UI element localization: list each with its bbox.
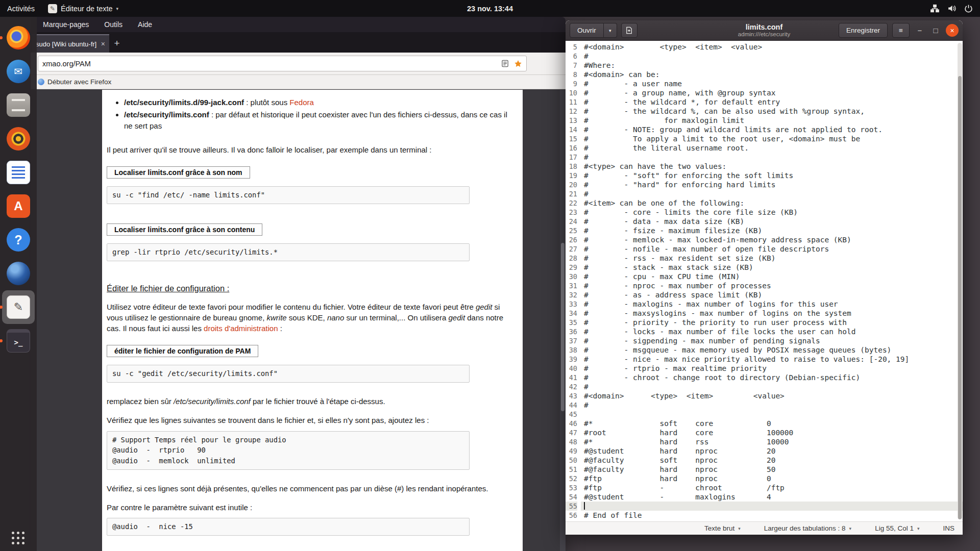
activities-button[interactable]: Activités	[0, 0, 42, 17]
editor-line[interactable]: #ftp - chroot /ftp	[581, 483, 963, 492]
editor-line[interactable]: # - a group name, with @group syntax	[581, 88, 963, 97]
dock-item-ubuntu-software[interactable]	[2, 189, 35, 223]
editor-line[interactable]	[581, 410, 963, 419]
dock-item-text-editor[interactable]	[2, 290, 35, 324]
editor-line[interactable]: # - NOTE: group and wildcard limits are …	[581, 125, 963, 134]
editor-line[interactable]: #* hard rss 10000	[581, 437, 963, 446]
editor-line[interactable]: # - data - max data size (KB)	[581, 217, 963, 226]
editor-line[interactable]: # - as - address space limit (KB)	[581, 290, 963, 299]
editor-line[interactable]	[581, 502, 963, 511]
editor-line[interactable]: # - rtprio - max realtime priority	[581, 364, 963, 373]
running-indicator	[0, 339, 3, 342]
editor-line[interactable]: # for maxlogin limit	[581, 116, 963, 125]
folded-section-toggle[interactable]: éditer le fichier de configuration de PA…	[107, 345, 258, 357]
editor-line[interactable]: # - core - limits the core file size (KB…	[581, 208, 963, 217]
text-segment: kwrite	[267, 313, 287, 322]
clock[interactable]: 23 nov. 13:44	[0, 5, 980, 13]
menu-tools[interactable]: Outils	[104, 20, 122, 29]
editor-line[interactable]: #Where:	[581, 61, 963, 70]
dock-item-help[interactable]	[2, 223, 35, 257]
editor-line[interactable]: #<domain> <type> <item> <value>	[581, 42, 963, 52]
editor-line[interactable]: #	[581, 52, 963, 61]
editor-line[interactable]: # - the wildcard %, can be also used wit…	[581, 107, 963, 116]
editor-line[interactable]: #@faculty hard nproc 50	[581, 465, 963, 474]
editor-line[interactable]: # - a user name	[581, 79, 963, 88]
editor-line[interactable]: # - chroot - change root to directory (D…	[581, 373, 963, 382]
bookmark-item[interactable]: Débuter avec Firefox	[38, 78, 111, 86]
editor-line[interactable]: # - cpu - max CPU time (MIN)	[581, 272, 963, 281]
dock-item-firefox[interactable]	[2, 21, 35, 55]
new-document-button[interactable]	[621, 23, 638, 38]
editor-line[interactable]: #@student - maxlogins 4	[581, 492, 963, 502]
wiki-link[interactable]: droits d'administration	[204, 324, 278, 333]
editor-line[interactable]: #@student hard nproc 20	[581, 446, 963, 456]
editor-line[interactable]: #ftp hard nproc 0	[581, 474, 963, 483]
wiki-link[interactable]: Fedora	[289, 98, 314, 107]
editor-line[interactable]: # - the wildcard *, for default entry	[581, 97, 963, 107]
dock-item-terminal[interactable]	[2, 324, 35, 358]
page-scrollbar-thumb[interactable]	[561, 243, 565, 411]
editor-scrollbar[interactable]	[958, 43, 962, 519]
editor-line[interactable]: # - locks - max number of file locks the…	[581, 327, 963, 336]
editor-line[interactable]: # - maxlogins - max number of logins for…	[581, 299, 963, 309]
editor-line[interactable]: # - fsize - maximum filesize (KB)	[581, 226, 963, 235]
editor-line[interactable]: # - "soft" for enforcing the soft limits	[581, 171, 963, 180]
reader-view-icon[interactable]	[501, 60, 509, 67]
menu-help[interactable]: Aide	[138, 20, 152, 29]
editor-line[interactable]: # - priority - the priority to run user …	[581, 318, 963, 327]
tab-width-button[interactable]: Largeur des tabulations : 8 ▾	[764, 524, 851, 532]
editor-line[interactable]: #<domain> <type> <item> <value>	[581, 391, 963, 400]
editor-line[interactable]: # - nproc - max number of processes	[581, 281, 963, 290]
editor-line[interactable]: #<domain> can be:	[581, 70, 963, 79]
editor-line[interactable]: #	[581, 189, 963, 198]
editor-scrollbar-thumb[interactable]	[958, 76, 962, 519]
editor-line[interactable]: # the literal username root.	[581, 143, 963, 153]
editor-line[interactable]: # - maxsyslogins - max number of logins …	[581, 309, 963, 318]
system-tray[interactable]	[930, 0, 980, 17]
hamburger-menu-button[interactable]: ≡	[892, 23, 910, 38]
bookmark-star-icon[interactable]	[514, 60, 522, 68]
dock-item-web-browser[interactable]	[2, 257, 35, 290]
editor-line[interactable]: #root hard core 100000	[581, 428, 963, 437]
editor-line[interactable]: # - sigpending - max number of pending s…	[581, 336, 963, 345]
gedit-textview[interactable]: #<domain> <type> <item> <value>##Where:#…	[581, 41, 963, 521]
editor-line[interactable]: # To apply a limit to the root user, <do…	[581, 134, 963, 143]
editor-line[interactable]: # - "hard" for enforcing hard limits	[581, 180, 963, 189]
dock-item-libreoffice-writer[interactable]	[2, 156, 35, 189]
dock-item-thunderbird[interactable]	[2, 55, 35, 88]
editor-line[interactable]: #<type> can have the two values:	[581, 162, 963, 171]
open-button[interactable]: Ouvrir	[570, 23, 604, 38]
editor-line[interactable]: # - nice - max nice priority allowed to …	[581, 355, 963, 364]
editor-line[interactable]: # - stack - max stack size (KB)	[581, 263, 963, 272]
editor-line[interactable]: # End of file	[581, 511, 963, 520]
close-button[interactable]: ×	[946, 24, 959, 37]
editor-line[interactable]: #* soft core 0	[581, 419, 963, 428]
editor-line[interactable]: #	[581, 400, 963, 410]
editor-line[interactable]: #@faculty soft nproc 20	[581, 456, 963, 465]
save-button[interactable]: Enregistrer	[839, 23, 888, 38]
folded-section-toggle[interactable]: Localiser limits.conf grâce à son conten…	[107, 223, 262, 236]
tab-close-icon[interactable]: ×	[101, 40, 105, 48]
highlight-mode-button[interactable]: Texte brut ▾	[704, 524, 741, 532]
menu-bookmarks[interactable]: Marque-pages	[43, 20, 89, 29]
minimize-button[interactable]: −	[914, 26, 925, 35]
editor-line[interactable]: # - memlock - max locked-in-memory addre…	[581, 235, 963, 244]
url-bar[interactable]: xmao.org/PAM	[38, 56, 527, 71]
app-menu[interactable]: ✎ Éditeur de texte ▾	[42, 0, 125, 17]
editor-line[interactable]: # - rss - max resident set size (KB)	[581, 254, 963, 263]
browser-tab[interactable]: sudo [Wiki ubuntu-fr] ×	[32, 34, 109, 53]
editor-line[interactable]: # - msgqueue - max memory used by POSIX …	[581, 345, 963, 355]
editor-line[interactable]: #	[581, 382, 963, 391]
dock-item-files[interactable]	[2, 88, 35, 122]
dock-item-rhythmbox[interactable]	[2, 122, 35, 156]
editor-line[interactable]: # - nofile - max number of open file des…	[581, 244, 963, 254]
open-dropdown-button[interactable]: ▾	[604, 23, 617, 38]
page-scrollbar[interactable]	[560, 90, 566, 551]
show-applications-button[interactable]	[12, 532, 25, 545]
editor-line[interactable]: #	[581, 153, 963, 162]
cursor-position-button[interactable]: Lig 55, Col 1 ▾	[875, 524, 919, 532]
editor-line[interactable]: #<item> can be one of the following:	[581, 198, 963, 208]
folded-section-toggle[interactable]: Localiser limits.conf grâce à son nom	[107, 166, 250, 179]
new-tab-button[interactable]: +	[109, 34, 125, 53]
maximize-button[interactable]: □	[930, 26, 941, 35]
